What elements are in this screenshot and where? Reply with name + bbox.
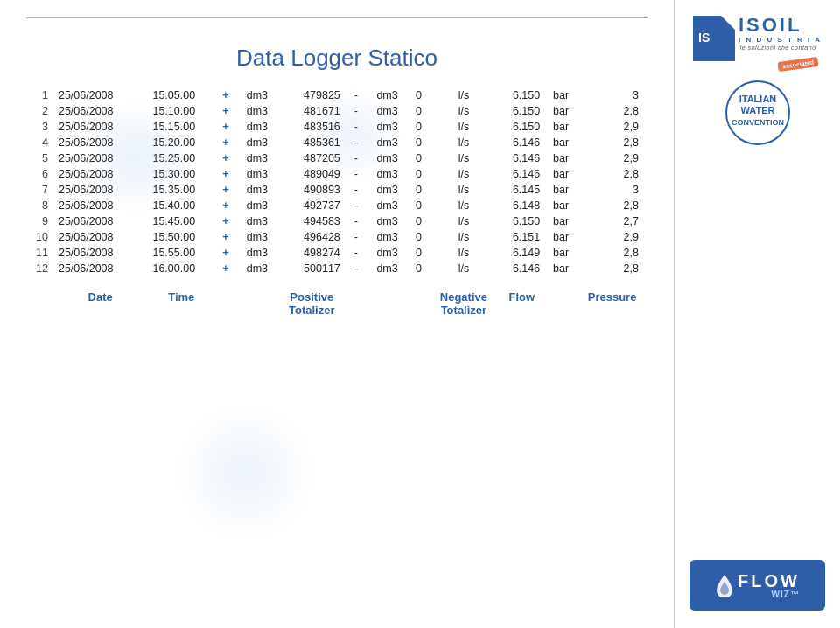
- associated-badge: associated: [777, 57, 818, 72]
- cell-time: 15.40.00: [147, 198, 215, 213]
- cell-unit1: dm3: [236, 182, 278, 198]
- cell-sign: +: [215, 150, 236, 166]
- cell-unit1: dm3: [236, 166, 278, 182]
- isoil-name: ISOIL: [738, 16, 822, 35]
- cell-time: 15.20.00: [147, 135, 215, 150]
- cell-unit1: dm3: [236, 135, 278, 150]
- cell-dash: -: [346, 135, 367, 150]
- cell-sign: +: [215, 213, 236, 229]
- cell-last: 2,9: [577, 150, 648, 166]
- cell-val: 6.145: [498, 182, 545, 198]
- cell-num: 1: [26, 87, 53, 103]
- cell-pos: 496428: [278, 229, 346, 245]
- cell-zero: 0: [408, 103, 429, 119]
- cell-last: 2,8: [577, 198, 648, 213]
- cell-dash: -: [346, 87, 367, 103]
- cell-unit1: dm3: [236, 103, 278, 119]
- cell-unit1: dm3: [236, 245, 278, 261]
- cell-zero: 0: [408, 245, 429, 261]
- cell-unit2: dm3: [367, 135, 409, 150]
- hdr-positive: Positive Totalizer: [278, 276, 346, 320]
- cell-pos: 485361: [278, 135, 346, 150]
- cell-val: 6.149: [498, 245, 545, 261]
- cell-last: 2,8: [577, 103, 648, 119]
- cell-time: 15.30.00: [147, 166, 215, 182]
- isoil-logo: IS ISOIL I N D U S T R I A 'le soluzioni…: [693, 9, 822, 69]
- table-row: 7 25/06/2008 15.35.00 + dm3 490893 - dm3…: [26, 182, 648, 198]
- cell-unit2: dm3: [367, 261, 409, 276]
- cell-time: 15.35.00: [147, 182, 215, 198]
- cell-last: 2,8: [577, 245, 648, 261]
- table-row: 1 25/06/2008 15.05.00 + dm3 479825 - dm3…: [26, 87, 648, 103]
- cell-dash: -: [346, 150, 367, 166]
- cell-num: 7: [26, 182, 53, 198]
- cell-zero: 0: [408, 87, 429, 103]
- cell-unit2: dm3: [367, 150, 409, 166]
- cell-bar: bar: [545, 135, 577, 150]
- cell-unit2: dm3: [367, 119, 409, 135]
- cell-ls: l/s: [429, 119, 498, 135]
- cell-zero: 0: [408, 119, 429, 135]
- cell-val: 6.146: [498, 135, 545, 150]
- cell-unit1: dm3: [236, 213, 278, 229]
- cell-pos: 487205: [278, 150, 346, 166]
- cell-sign: +: [215, 119, 236, 135]
- cell-time: 15.45.00: [147, 213, 215, 229]
- cell-num: 8: [26, 198, 53, 213]
- page-title: Data Logger Statico: [26, 45, 648, 72]
- cell-last: 2,8: [577, 166, 648, 182]
- cell-val: 6.146: [498, 150, 545, 166]
- cell-sign: +: [215, 198, 236, 213]
- tagline-text: 'le soluzioni che contano: [738, 45, 822, 51]
- table-row: 6 25/06/2008 15.30.00 + dm3 489049 - dm3…: [26, 166, 648, 182]
- cell-dash: -: [346, 182, 367, 198]
- svg-text:CONVENTION: CONVENTION: [731, 118, 783, 127]
- cell-last: 2,9: [577, 119, 648, 135]
- cell-unit2: dm3: [367, 166, 409, 182]
- cell-val: 6.148: [498, 198, 545, 213]
- cell-time: 15.15.00: [147, 119, 215, 135]
- water-drop-icon: [715, 573, 734, 597]
- cell-ls: l/s: [429, 150, 498, 166]
- flowiz-logo: FLOW WIZ™: [690, 560, 825, 611]
- table-row: 9 25/06/2008 15.45.00 + dm3 494583 - dm3…: [26, 213, 648, 229]
- hdr-bar: [545, 276, 577, 320]
- sidebar: IS ISOIL I N D U S T R I A 'le soluzioni…: [674, 0, 840, 628]
- cell-ls: l/s: [429, 135, 498, 150]
- cell-bar: bar: [545, 261, 577, 276]
- cell-num: 9: [26, 213, 53, 229]
- cell-unit1: dm3: [236, 229, 278, 245]
- cell-unit1: dm3: [236, 87, 278, 103]
- cell-bar: bar: [545, 87, 577, 103]
- cell-unit2: dm3: [367, 229, 409, 245]
- cell-bar: bar: [545, 198, 577, 213]
- cell-pos: 490893: [278, 182, 346, 198]
- cell-unit2: dm3: [367, 198, 409, 213]
- cell-date: 25/06/2008: [53, 166, 148, 182]
- hdr-dash: [346, 276, 367, 320]
- cell-time: 15.50.00: [147, 229, 215, 245]
- cell-date: 25/06/2008: [53, 245, 148, 261]
- cell-zero: 0: [408, 135, 429, 150]
- hdr-sign: [215, 276, 236, 320]
- cell-zero: 0: [408, 166, 429, 182]
- hdr-unit2: [367, 276, 409, 320]
- cell-time: 15.25.00: [147, 150, 215, 166]
- cell-dash: -: [346, 119, 367, 135]
- hdr-negative: Negative Totalizer: [429, 276, 498, 320]
- cell-ls: l/s: [429, 87, 498, 103]
- cell-zero: 0: [408, 261, 429, 276]
- table-row: 2 25/06/2008 15.10.00 + dm3 481671 - dm3…: [26, 103, 648, 119]
- cell-bar: bar: [545, 213, 577, 229]
- cell-sign: +: [215, 261, 236, 276]
- cell-ls: l/s: [429, 103, 498, 119]
- cell-num: 10: [26, 229, 53, 245]
- cell-zero: 0: [408, 150, 429, 166]
- hdr-unit1: [236, 276, 278, 320]
- hdr-zero: [408, 276, 429, 320]
- cell-sign: +: [215, 229, 236, 245]
- flowiz-text: FLOW: [738, 572, 800, 590]
- cell-date: 25/06/2008: [53, 135, 148, 150]
- cell-bar: bar: [545, 245, 577, 261]
- cell-date: 25/06/2008: [53, 229, 148, 245]
